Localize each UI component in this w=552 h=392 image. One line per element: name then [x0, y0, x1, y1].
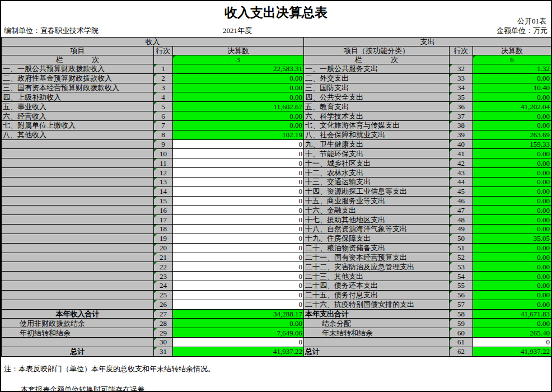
expenditure-amount: 0.00: [473, 120, 551, 130]
expenditure-section-header: 支出: [304, 38, 551, 46]
income-amount: 7,649.06: [173, 328, 304, 338]
expenditure-item-label: 二十一、国有资本经营预算支出: [304, 253, 450, 262]
income-item-label: 一、一般公共预算财政拨款收入: [2, 64, 154, 74]
expenditure-row-number: 48: [450, 215, 473, 225]
table-row: 110十一、城乡社区支出420.00: [2, 158, 551, 168]
expenditure-amount: 0.00: [473, 158, 551, 168]
expenditure-amount: 0.00: [473, 73, 551, 83]
expenditure-item-label: 三、国防支出: [304, 83, 450, 92]
expenditure-item-label: 总计: [304, 347, 450, 356]
comment-marker-icon: [154, 262, 157, 265]
comment-marker-icon: [450, 281, 452, 284]
comment-marker-icon: [154, 111, 157, 114]
comment-marker-icon: [154, 347, 157, 350]
expenditure-row-number: 53: [450, 262, 473, 272]
expenditure-item-label: 结余分配: [304, 319, 450, 328]
expenditure-amount: 0.00: [473, 243, 551, 253]
table-body: 一、一般公共预算财政拨款收入122,583.31一、一般公共服务支出321.32…: [2, 64, 551, 357]
table-row: 130十三、交通运输支出440.00: [2, 177, 551, 186]
table-row: 260二十六、抗疫特别国债安排的支出570.00: [2, 300, 551, 309]
expenditure-row-number: 58: [450, 309, 473, 319]
expenditure-amount: 0.00: [473, 196, 551, 206]
income-amount: 0.00: [173, 319, 304, 328]
income-item-label: [2, 300, 154, 309]
expenditure-amount: 265.40: [473, 328, 551, 338]
income-amount: 102.19: [173, 130, 304, 139]
expenditure-item-label: 六、科学技术支出: [304, 111, 450, 121]
expenditure-row-number: 41: [450, 149, 473, 158]
income-item-label: [2, 290, 154, 300]
expenditure-item-label: 二、外交支出: [304, 73, 450, 83]
comment-marker-icon: [450, 319, 452, 321]
table-row: 200二十、粮油物资储备支出510.00: [2, 243, 551, 253]
expenditure-item-label: 本年支出合计: [304, 309, 450, 319]
expenditure-row-number: 54: [450, 272, 473, 281]
section-header-row: 收入 支出: [2, 38, 551, 46]
expenditure-amount: 0.00: [473, 92, 551, 102]
income-row-number: 23: [154, 272, 173, 281]
income-amount: 0: [173, 262, 304, 272]
income-column-index: 3: [173, 55, 304, 64]
comment-marker-icon: [154, 121, 157, 124]
income-amount: 0: [173, 206, 304, 215]
comment-marker-icon: [154, 187, 157, 190]
comment-marker-icon: [450, 234, 452, 237]
comment-marker-icon: [154, 178, 157, 180]
income-item-label: [2, 272, 154, 281]
expenditure-row-number: 52: [450, 253, 473, 262]
income-row-number: 10: [154, 149, 173, 158]
income-amount: 0: [173, 168, 304, 178]
comment-marker-icon: [450, 187, 452, 190]
table-row: 一、一般公共预算财政拨款收入122,583.31一、一般公共服务支出321.32: [2, 64, 551, 74]
table-row: 220二十二、灾害防治及应急管理支出530.00: [2, 262, 551, 272]
table-row: 150十五、商业服务业等支出460.00: [2, 196, 551, 206]
comment-marker-icon: [154, 225, 157, 227]
expenditure-amount: 35.05: [473, 234, 551, 243]
expenditure-item-label: 一、一般公共服务支出: [304, 64, 450, 74]
expenditure-amount-header: 决算数: [473, 46, 551, 55]
expenditure-amount: 0.00: [473, 319, 551, 328]
income-row-number: 3: [154, 83, 173, 92]
expenditure-lanci-rowno-cell: [450, 55, 473, 64]
expenditure-row-number: 44: [450, 177, 473, 186]
table-row: 五、事业收入511,602.67五、教育支出3641,202.04: [2, 102, 551, 111]
income-item-label: [2, 262, 154, 272]
table-row: 180十八、自然资源海洋气象等支出490.00: [2, 225, 551, 234]
income-column-index-value: 3: [236, 55, 240, 64]
income-row-number: 12: [154, 168, 173, 178]
expenditure-row-number: 32: [450, 64, 473, 74]
expenditure-row-number: 55: [450, 281, 473, 291]
income-amount: 0: [173, 300, 304, 309]
expenditure-row-number: 62: [450, 347, 473, 356]
income-item-label: 二、政府性基金预算财政拨款收入: [2, 73, 154, 83]
income-item-label: [2, 338, 154, 347]
sheet-page: 收入支出决算总表 公开01表 编制单位：宜春职业技术学院 2021年度 金额单位…: [0, 0, 552, 392]
income-amount: 11,602.67: [173, 102, 304, 111]
income-item-label: 八、其他收入: [2, 130, 154, 139]
expenditure-amount: 0.00: [473, 253, 551, 262]
expenditure-item-label: 九、卫生健康支出: [304, 139, 450, 149]
comment-marker-icon: [450, 140, 452, 143]
expenditure-row-number: 49: [450, 225, 473, 234]
income-amount: 0.00: [173, 92, 304, 102]
income-row-number: 28: [154, 319, 173, 328]
table-row: 本年收入合计2734,288.17本年支出合计5841,671.83: [2, 309, 551, 319]
comment-marker-icon: [154, 102, 157, 105]
income-lanci-cell: 栏 次: [2, 55, 154, 64]
income-item-label: [2, 234, 154, 243]
table-row: 100十、节能环保支出410.00: [2, 149, 551, 158]
income-amount: 0.00: [173, 111, 304, 121]
expenditure-lanci-cell: 栏 次: [304, 55, 450, 64]
page-title: 收入支出决算总表: [1, 1, 551, 20]
income-amount: 0: [173, 186, 304, 196]
expenditure-amount: 1.32: [473, 64, 551, 74]
income-row-number: 27: [154, 309, 173, 319]
income-amount: 0: [173, 158, 304, 168]
summary-table: 收入 支出 项目 行次 决算数 项目（按功能分类） 行次 决算数 栏 次 3 栏…: [1, 37, 551, 357]
expenditure-amount: 0.00: [473, 177, 551, 186]
comment-marker-icon: [154, 281, 157, 284]
expenditure-item-label: 年末结转和结余: [304, 328, 450, 338]
expenditure-row-number: 39: [450, 130, 473, 139]
expenditure-amount: 0.00: [473, 215, 551, 225]
income-item-label: 总计: [2, 347, 154, 356]
